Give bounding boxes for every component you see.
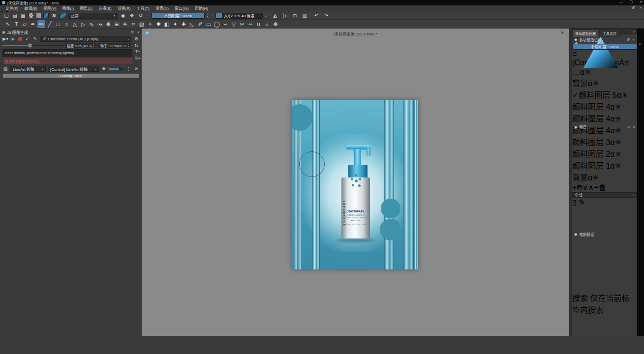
tag-edit-icon[interactable]: ✎ (579, 198, 585, 206)
gradient-swatch[interactable] (36, 13, 41, 18)
tool-polyline[interactable]: ▷ (79, 20, 87, 28)
redo-icon[interactable]: ↷ (323, 12, 330, 19)
mdi-window-controls[interactable]: 🗗 ✕ (632, 6, 642, 10)
document-close-icon[interactable]: ✕ (560, 30, 564, 35)
save-document-icon[interactable]: ▦ (20, 12, 27, 19)
control-type-combo[interactable]: LineArt 线稿▾ (10, 66, 46, 72)
layer-properties-icon[interactable]: ✳ (621, 91, 628, 99)
layer-row-6[interactable]: 颜料图层 3α✳ (572, 136, 637, 148)
opacity-spin[interactable]: ▲▼ (207, 14, 209, 18)
document-canvas[interactable]: IISIVAIRLABS UDIZRIFAEL Facial Cleanser … (292, 100, 418, 269)
tool-enclose-fill[interactable]: ✦ (171, 20, 179, 28)
model-settings-icon[interactable]: ⚙ (133, 36, 139, 41)
open-document-icon[interactable]: ▤ (11, 12, 18, 19)
layer-properties-icon[interactable]: ✳ (615, 150, 621, 158)
ai-docker-titlebar[interactable]: ◉ AI 图像生成 🗗 ✕ (0, 29, 142, 35)
delete-layer-button[interactable]: 🗑 (599, 183, 607, 192)
tool-select-bezier[interactable]: ∾ (246, 20, 254, 28)
layer-row-3[interactable]: 颜料图层 4α✳ (572, 100, 637, 112)
menu-10[interactable]: 帮助(H) (192, 5, 211, 11)
layer-alpha-lock-icon[interactable]: α (610, 115, 614, 123)
control-strength-slider[interactable] (109, 68, 123, 70)
fg-bg-color-swatch[interactable] (43, 13, 49, 18)
pattern-swatch[interactable] (29, 13, 34, 18)
control-layer-combo[interactable]: [Control] LineArt 线稿▾ (48, 66, 99, 72)
layer-alpha-lock-icon[interactable]: α (610, 162, 614, 170)
tool-line[interactable]: ╱ (46, 20, 54, 28)
float-docker-icon[interactable]: 🗗 (627, 125, 630, 129)
close-button[interactable]: ✕ (640, 0, 643, 4)
apply-button[interactable]: ✓ (24, 36, 30, 41)
randomize-seed-icon[interactable]: ↻ (133, 43, 139, 48)
menu-2[interactable]: 视图(V) (41, 5, 59, 11)
layer-properties-icon[interactable]: ✳ (615, 138, 621, 147)
playback-icon[interactable]: ▷ (281, 12, 288, 19)
add-control-icon[interactable]: ⎘+ (135, 56, 141, 61)
size-slider[interactable]: 大小: 119.40 像素 (215, 13, 263, 19)
tool-ellipse[interactable]: ○ (62, 20, 70, 28)
tool-measure[interactable]: ◺ (188, 20, 196, 28)
move-layer-down-button[interactable]: ∨ (583, 183, 588, 192)
tool-select-shapes[interactable]: ↖ (4, 20, 12, 28)
record-button[interactable] (18, 37, 22, 41)
maximize-button[interactable]: ▢ (630, 0, 633, 4)
tool-select-rect[interactable]: ▭ (205, 20, 213, 28)
tool-move[interactable]: ✛ (121, 20, 129, 28)
menu-6[interactable]: 滤镜(R) (115, 5, 133, 11)
brush-docker-titlebar[interactable]: ◉ 笔刷预设 (572, 231, 637, 237)
menu-1[interactable]: 编辑(E) (22, 5, 40, 11)
tool-transform[interactable]: ⊞ (113, 20, 121, 28)
layer-properties-icon[interactable]: ✳ (615, 103, 621, 111)
menu-3[interactable]: 图像(I) (60, 5, 77, 11)
menu-9[interactable]: 窗口(W) (172, 5, 191, 11)
resize-grip[interactable]: ⋯⋯ (64, 61, 71, 65)
saturation-triangle[interactable] (572, 29, 629, 86)
opacity-slider[interactable]: 不透明度: 100% (152, 13, 205, 19)
duplicate-layer-button[interactable]: ⧉ (577, 183, 582, 192)
brush-preset-chip[interactable] (60, 13, 66, 18)
layers-docker-titlebar[interactable]: ◉ 图层 🗗✕ (572, 124, 637, 130)
menu-0[interactable]: 文件(F) (3, 5, 21, 11)
add-layer-button[interactable]: + (572, 183, 577, 192)
layer-row-2[interactable]: ✓颜料图层 5α✳ (572, 88, 637, 100)
move-layer-up-button[interactable]: ∧ (588, 183, 594, 192)
new-document-icon[interactable]: ▢ (3, 12, 10, 19)
layer-properties-button[interactable]: ≡ (594, 183, 598, 192)
layer-alpha-lock-icon[interactable]: α (617, 91, 621, 99)
reload-preset-icon[interactable]: ↺ (137, 12, 144, 19)
strength-slider[interactable] (2, 45, 63, 46)
tool-zoom[interactable]: ⌕ (263, 20, 271, 28)
mdi-subwindow-titlebar[interactable]: [未保存图像] (22.6 MiB) * ✕ (142, 29, 569, 37)
menu-7[interactable]: 工具(T) (134, 5, 152, 11)
menu-8[interactable]: 设置(N) (153, 5, 171, 11)
undo-icon[interactable]: ↶ (313, 12, 320, 19)
layer-properties-icon[interactable]: ✳ (615, 115, 621, 123)
tool-bezier[interactable]: ∿ (88, 20, 95, 28)
menu-5[interactable]: 选择(S) (96, 5, 114, 11)
tool-select-similar[interactable]: ✂ (238, 20, 246, 28)
gradient-editor-icon[interactable]: ≋ (51, 12, 58, 19)
close-docker-icon[interactable]: ✕ (633, 38, 635, 42)
tool-dynamic-brush[interactable]: ↝ (96, 20, 104, 28)
blend-mode-combo[interactable]: 正常▾ (68, 13, 118, 19)
view-mode-icon[interactable]: ▯ (572, 198, 577, 206)
generate-menu-button[interactable]: ▶▾ (2, 36, 8, 41)
mdi-close-icon[interactable]: ✕ (639, 6, 642, 10)
add-text-layer-icon[interactable]: T+ (135, 49, 141, 54)
mirror-icon[interactable]: ◭ (272, 12, 278, 19)
link-icon[interactable]: ❖ (101, 66, 107, 71)
negative-prompt-input[interactable]: 描述你想要避免的内容。 ⋯⋯ (2, 58, 132, 64)
strength-spinbox[interactable]: 强度 50% (4/13)▲▼ (65, 43, 96, 48)
close-docker-icon[interactable]: ✕ (633, 125, 635, 129)
layer-row-4[interactable]: 颜料图层 4α✳ (572, 112, 637, 124)
layer-row-9[interactable]: 背景α✳ (572, 171, 637, 183)
tool-text[interactable]: T (12, 20, 20, 28)
mdi-restore-icon[interactable]: 🗗 (632, 6, 635, 10)
tool-rectangle[interactable]: □ (54, 20, 62, 28)
tool-polygon[interactable]: △ (71, 20, 79, 28)
tool-select-magnetic[interactable]: ∪ (255, 20, 263, 28)
layer-opacity-slider[interactable]: 不透明度: 100% (572, 44, 637, 50)
preserve-alpha-icon[interactable]: ❖ (128, 12, 135, 19)
layer-alpha-lock-icon[interactable]: α (610, 150, 614, 158)
tool-edit-shapes[interactable]: ▱ (21, 20, 29, 28)
